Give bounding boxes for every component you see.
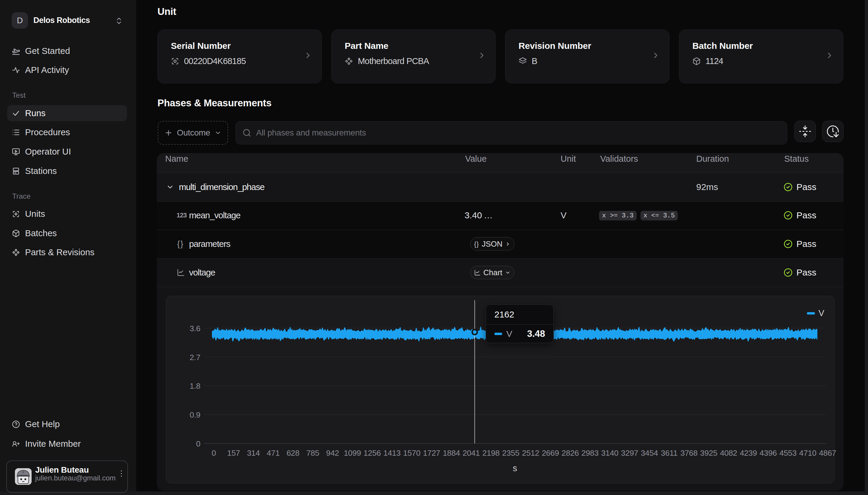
svg-text:3140: 3140 [601,448,619,458]
svg-text:3768: 3768 [681,448,698,458]
svg-text:471: 471 [267,448,280,458]
svg-text:2.7: 2.7 [190,353,200,362]
svg-text:4867: 4867 [819,448,836,458]
svg-text:2983: 2983 [582,448,599,458]
svg-text:1884: 1884 [443,448,460,458]
svg-text:157: 157 [227,448,240,458]
svg-text:4710: 4710 [799,448,816,458]
svg-text:3611: 3611 [661,448,677,458]
svg-text:0.9: 0.9 [190,410,200,419]
svg-text:1099: 1099 [344,448,361,458]
svg-text:1.8: 1.8 [190,381,200,391]
svg-text:s: s [513,463,517,473]
svg-text:1413: 1413 [383,448,401,458]
svg-text:4396: 4396 [759,448,777,458]
svg-text:628: 628 [286,448,299,458]
svg-text:1727: 1727 [423,448,440,458]
svg-text:942: 942 [326,448,339,458]
svg-text:785: 785 [306,448,319,458]
svg-text:4553: 4553 [780,448,797,458]
svg-text:1256: 1256 [363,448,381,458]
svg-text:4082: 4082 [720,448,737,458]
svg-text:0: 0 [196,439,200,448]
svg-text:3.6: 3.6 [190,324,200,333]
svg-text:2512: 2512 [522,448,539,458]
svg-text:1570: 1570 [403,448,421,458]
svg-text:0: 0 [212,448,216,458]
svg-text:4239: 4239 [740,448,757,458]
svg-text:2041: 2041 [462,448,480,458]
svg-text:2826: 2826 [561,448,579,458]
svg-text:314: 314 [247,448,260,458]
svg-text:2355: 2355 [502,448,520,458]
svg-text:2198: 2198 [482,448,500,458]
svg-text:3925: 3925 [700,448,717,458]
svg-text:3454: 3454 [641,448,658,458]
svg-text:2669: 2669 [542,448,559,458]
svg-text:3297: 3297 [621,448,638,458]
